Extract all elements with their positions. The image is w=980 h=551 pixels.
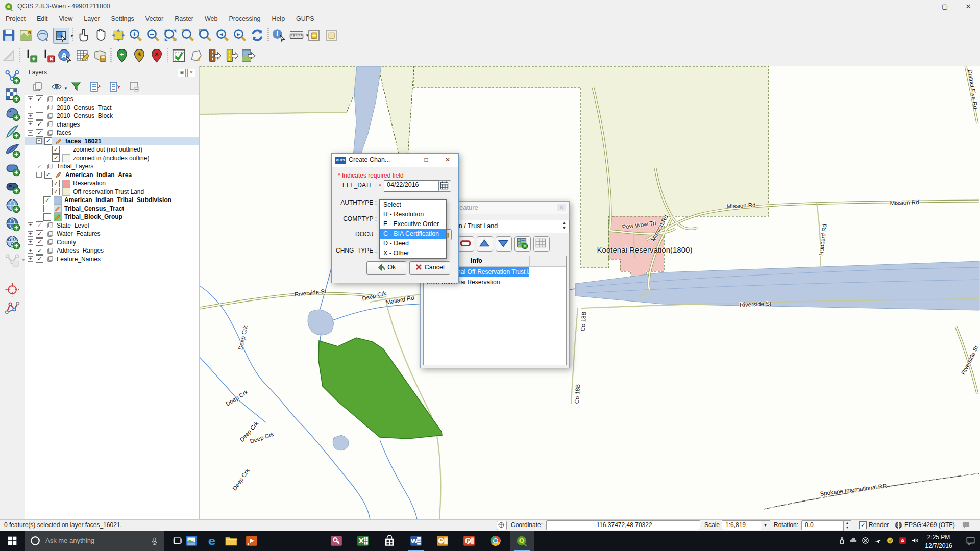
expand-all-icon[interactable] (89, 81, 102, 93)
taskbar-app-powerpoint-icon[interactable]: P (457, 531, 481, 551)
touch-zoom-icon[interactable] (76, 28, 91, 43)
pan-to-selection-icon[interactable] (111, 28, 126, 43)
export-changes-icon[interactable] (206, 48, 221, 63)
tray-volume-icon[interactable] (909, 531, 921, 551)
mouse-position-icon[interactable] (497, 521, 507, 530)
pan-map-icon[interactable] (93, 28, 109, 43)
zoom-next-icon[interactable]: ▸ (232, 28, 248, 43)
tray-acrobat-icon[interactable]: A (897, 531, 909, 551)
layer-row-zoomed-in-includes-outline-[interactable]: ✓zoomed in (includes outline) (24, 154, 199, 163)
menu-view[interactable]: View (53, 13, 78, 24)
dropdown-option[interactable]: E - Executive Order (380, 219, 446, 229)
red-extent-icon[interactable] (458, 236, 474, 252)
add-raster-layer-icon[interactable] (4, 87, 20, 103)
taskbar-app-store-icon[interactable] (378, 531, 401, 551)
taskbar-app-qgis-icon[interactable]: Q (510, 531, 534, 551)
menu-settings[interactable]: Settings (106, 13, 140, 24)
save-project-icon[interactable] (1, 28, 16, 43)
feature-dialog-close-icon[interactable]: ✕ (557, 204, 566, 211)
add-spatialite-layer-icon[interactable] (4, 123, 20, 140)
cortana-search-box[interactable]: Ask me anything (24, 531, 164, 551)
taskbar-app-access-icon[interactable] (325, 531, 348, 551)
menu-edit[interactable]: Edit (31, 13, 54, 24)
layer-row-state-level[interactable]: +✓State_Level (24, 221, 199, 230)
tray-onedrive-icon[interactable] (848, 531, 860, 551)
rotation-spin-arrows-icon[interactable]: ▲▼ (843, 520, 851, 531)
panel-float-icon[interactable]: ▣ (178, 69, 186, 77)
layer-visibility-checkbox[interactable]: ✓ (36, 221, 43, 229)
new-bookmark-icon[interactable]: + (306, 28, 322, 43)
add-vector-layer-icon[interactable] (4, 68, 20, 85)
render-checkbox[interactable]: ✓ (859, 521, 867, 529)
menu-project[interactable]: Project (0, 13, 31, 24)
zoom-map-add-icon[interactable] (514, 236, 531, 252)
previous-feature-icon[interactable] (477, 236, 493, 252)
taskbar-clock[interactable]: 2:25 PM 12/7/2016 (922, 531, 955, 551)
zoom-last-icon[interactable]: ◂ (215, 28, 230, 43)
map-canvas[interactable]: Mission RdMission RdPow Wow TrlMission R… (200, 66, 980, 519)
tree-expander-icon[interactable]: + (28, 231, 33, 237)
menu-layer[interactable]: Layer (78, 13, 105, 24)
taskbar-app-chrome-icon[interactable] (484, 531, 507, 551)
scale-combo[interactable]: 1:6,819 (722, 520, 765, 530)
tray-antivirus-icon[interactable] (885, 531, 896, 551)
delete-linear-feature-icon[interactable] (40, 48, 56, 63)
cancel-button[interactable]: Cancel (409, 261, 450, 275)
taskbar-app-media-icon[interactable] (240, 531, 263, 551)
layer-visibility-checkbox[interactable]: ✓ (36, 238, 43, 246)
export-changes2-icon[interactable] (223, 48, 238, 63)
layer-visibility-checkbox[interactable]: ✓ (52, 188, 60, 195)
attribute-table-edit-icon[interactable] (75, 48, 90, 63)
layer-visibility-checkbox[interactable]: ✓ (43, 196, 51, 204)
layer-visibility-checkbox[interactable] (36, 104, 43, 111)
layer-visibility-checkbox[interactable]: ✓ (36, 120, 43, 128)
layer-visibility-checkbox[interactable]: ✓ (36, 230, 43, 238)
tree-expander-icon[interactable]: + (28, 222, 33, 228)
tray-airplane-icon[interactable] (872, 531, 884, 551)
rotation-spinbox[interactable]: 0.0 (801, 520, 846, 530)
map-capture-icon[interactable] (36, 28, 51, 43)
layer-visibility-checkbox[interactable] (36, 112, 43, 120)
taskbar-app-word-icon[interactable]: W (404, 531, 428, 551)
combo-spinner-icon[interactable]: ▲▼ (559, 220, 569, 232)
start-button[interactable] (0, 531, 24, 551)
close-button[interactable]: ✕ (957, 0, 980, 13)
next-feature-icon[interactable] (496, 236, 512, 252)
layer-visibility-checkbox[interactable]: ✓ (44, 137, 52, 145)
crs-text[interactable]: EPSG:4269 (OTF) (904, 521, 955, 529)
show-bookmarks-icon[interactable] (324, 28, 339, 43)
layer-visibility-checkbox[interactable] (43, 213, 51, 221)
tray-usb-icon[interactable] (836, 531, 848, 551)
add-oracle-layer-icon[interactable] (4, 160, 20, 177)
remove-layer-icon[interactable] (128, 81, 140, 93)
topology-tool-icon[interactable] (4, 300, 20, 316)
layer-row-zoomed-out-not-outlined-[interactable]: ✓zoomed out (not outlined) (24, 145, 199, 154)
layer-visibility-checkbox[interactable]: ✓ (36, 247, 43, 255)
layer-row-changes[interactable]: +✓changes (24, 120, 199, 129)
zoom-full-icon[interactable] (163, 28, 178, 43)
modify-point-icon[interactable]: ✳ (132, 48, 147, 63)
collapse-all-icon[interactable] (109, 81, 121, 93)
save-area-edits-icon[interactable] (92, 48, 108, 63)
microphone-icon[interactable] (151, 537, 159, 545)
layer-row-county[interactable]: +✓County (24, 238, 199, 247)
attribute-table-icon[interactable] (533, 236, 550, 252)
taskbar-app-excel-icon[interactable]: X (351, 531, 375, 551)
log-messages-icon[interactable] (962, 521, 970, 531)
new-map-composer-icon[interactable]: N (18, 28, 34, 43)
maximize-button[interactable]: ▢ (933, 0, 957, 13)
add-wfs-layer-icon[interactable] (4, 234, 20, 250)
layer-visibility-checkbox[interactable]: ✓ (36, 129, 43, 137)
tree-expander-icon[interactable]: + (28, 113, 33, 119)
tray-target-icon[interactable] (860, 531, 871, 551)
layer-row-edges[interactable]: +✓edges (24, 95, 199, 104)
tree-expander-icon[interactable]: − (28, 164, 33, 169)
tree-expander-icon[interactable]: + (28, 256, 33, 262)
zoom-to-layer-icon[interactable] (198, 28, 213, 43)
add-wms-layer-icon[interactable] (4, 197, 20, 213)
manage-visibility-icon[interactable]: ▼ (51, 81, 63, 93)
layer-visibility-checkbox[interactable]: ✓ (36, 255, 43, 263)
add-oracle-georaster-icon[interactable] (4, 179, 20, 195)
layer-row-address-ranges[interactable]: +✓Address_Ranges (24, 246, 199, 255)
menu-processing[interactable]: Processing (224, 13, 266, 24)
